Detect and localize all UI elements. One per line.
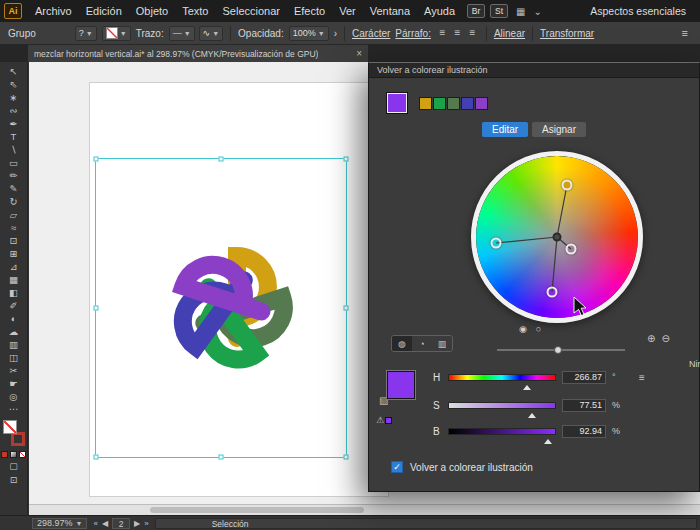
nav-last[interactable]: »: [144, 519, 148, 528]
current-color-swatch[interactable]: [387, 93, 407, 113]
lasso-tool[interactable]: ∾: [2, 104, 26, 117]
none-mode-chip[interactable]: [19, 451, 26, 458]
selection-handle-se[interactable]: [344, 455, 349, 460]
selection-handle-ne[interactable]: [344, 157, 349, 162]
hue-slider-handle[interactable]: [523, 381, 531, 390]
fill-color-select[interactable]: ▼: [102, 26, 131, 41]
pen-tool[interactable]: ✒: [2, 117, 26, 130]
selection-handle-s[interactable]: [219, 455, 224, 460]
appearance-style-select[interactable]: ? ▼: [75, 26, 97, 41]
selection-tool[interactable]: ↖: [2, 65, 26, 78]
menu-item-2[interactable]: Edición: [79, 0, 129, 22]
control-panel-menu-icon[interactable]: ≡: [682, 27, 688, 39]
menu-item-9[interactable]: Ayuda: [417, 0, 462, 22]
brightness-value-field[interactable]: 92.94: [562, 425, 606, 438]
saturation-slider-handle[interactable]: [528, 409, 536, 418]
line-segment-tool[interactable]: ∖: [2, 143, 26, 156]
gradient-tool[interactable]: ◧: [2, 286, 26, 299]
nav-first[interactable]: «: [93, 519, 97, 528]
direct-selection-tool[interactable]: ⇖: [2, 78, 26, 91]
opacity-select[interactable]: 100% ▼: [289, 26, 329, 41]
group-swatch-2[interactable]: [433, 97, 446, 110]
type-tool[interactable]: T: [2, 130, 26, 143]
hue-slider[interactable]: [448, 374, 556, 381]
group-swatch-5[interactable]: [475, 97, 488, 110]
brightness-slider-handle-2[interactable]: [544, 435, 552, 444]
rotate-tool[interactable]: ↻: [2, 195, 26, 208]
grid-icon[interactable]: ▦: [516, 6, 525, 17]
free-transform-tool[interactable]: ⊡: [2, 234, 26, 247]
hsb-current-color-swatch[interactable]: [387, 371, 415, 399]
dialog-title-bar[interactable]: Volver a colorear ilustración: [369, 63, 699, 78]
zoom-level-select[interactable]: 298.97% ▼: [32, 518, 87, 529]
menu-item-6[interactable]: Efecto: [287, 0, 332, 22]
screen-mode-icon[interactable]: ⊡: [2, 474, 26, 486]
tab-editar[interactable]: Editar: [482, 122, 528, 137]
align-link[interactable]: Alinear: [494, 28, 525, 39]
document-tab[interactable]: mezclar horizontal vertical.ai* al 298.9…: [28, 45, 368, 62]
symbol-sprayer-tool[interactable]: ☁: [2, 325, 26, 338]
width-tool[interactable]: ≈: [2, 221, 26, 234]
align-left-icon[interactable]: ≡: [436, 27, 449, 40]
stock-badge[interactable]: St: [490, 4, 508, 18]
gradient-mode-chip[interactable]: [10, 451, 17, 458]
more-options-chevron[interactable]: ›: [334, 28, 337, 39]
horizontal-scrollbar-thumb[interactable]: [150, 507, 365, 513]
recolor-checkbox[interactable]: ✓: [391, 461, 403, 473]
hand-tool[interactable]: ☛: [2, 377, 26, 390]
group-swatch-4[interactable]: [461, 97, 474, 110]
segmented-wheel-mode[interactable]: ◔: [412, 336, 432, 351]
bridge-badge[interactable]: Br: [467, 4, 485, 18]
saturation-value-field[interactable]: 77.51: [562, 399, 606, 412]
color-bars-mode[interactable]: ▥: [432, 336, 452, 351]
brightness-slider-handle[interactable]: [554, 346, 562, 354]
group-swatch-1[interactable]: [419, 97, 432, 110]
stroke-color-chip[interactable]: [11, 432, 25, 446]
horizontal-scrollbar[interactable]: [29, 504, 700, 515]
eyedropper-tool[interactable]: ✐: [2, 299, 26, 312]
slice-tool[interactable]: ✂: [2, 364, 26, 377]
selection-handle-e[interactable]: [344, 306, 349, 311]
drawing-mode-icon[interactable]: ▢: [2, 460, 26, 472]
magic-wand-tool[interactable]: ∗: [2, 91, 26, 104]
marker-gold[interactable]: [562, 180, 573, 191]
column-graph-tool[interactable]: ▥: [2, 338, 26, 351]
align-center-icon[interactable]: ≡: [451, 27, 464, 40]
mesh-tool[interactable]: ▦: [2, 273, 26, 286]
marker-green[interactable]: [491, 238, 502, 249]
color-mode-chip[interactable]: [1, 451, 8, 458]
group-swatch-3[interactable]: [447, 97, 460, 110]
selection-handle-w[interactable]: [94, 306, 99, 311]
workspace-switcher[interactable]: Aspectos esenciales: [590, 5, 686, 17]
transform-link[interactable]: Transformar: [540, 28, 594, 39]
app-logo[interactable]: Ai: [4, 3, 22, 19]
edit-toolbar-ellipsis[interactable]: …: [9, 403, 19, 415]
brush-definition-select[interactable]: ∿▼: [199, 26, 223, 41]
selection-handle-nw[interactable]: [94, 157, 99, 162]
paragraph-link[interactable]: Párrafo:: [395, 28, 431, 39]
show-brightness-icon[interactable]: ○: [536, 324, 541, 334]
selection-handle-sw[interactable]: [94, 455, 99, 460]
show-saturation-icon[interactable]: ◉: [519, 324, 527, 334]
scale-tool[interactable]: ▱: [2, 208, 26, 221]
fill-color-chip[interactable]: [3, 420, 17, 434]
variable-width-profile-select[interactable]: —▼: [169, 26, 195, 41]
menu-item-4[interactable]: Texto: [175, 0, 215, 22]
menu-item-7[interactable]: Ver: [332, 0, 363, 22]
brightness-color-slider[interactable]: [448, 428, 556, 435]
shape-builder-tool[interactable]: ⊞: [2, 247, 26, 260]
menu-item-3[interactable]: Objeto: [129, 0, 175, 22]
tab-asignar[interactable]: Asignar: [532, 122, 586, 137]
artboard-tool[interactable]: ◫: [2, 351, 26, 364]
smooth-wheel-mode[interactable]: ◍: [392, 336, 412, 351]
slider-menu-icon[interactable]: ≡: [639, 372, 645, 383]
pencil-tool[interactable]: ✎: [2, 182, 26, 195]
wheel-center-hub[interactable]: [553, 233, 562, 242]
align-right-icon[interactable]: ≡: [466, 27, 479, 40]
nav-next[interactable]: ▶: [134, 519, 140, 528]
blend-tool[interactable]: ◐: [2, 312, 26, 325]
close-icon[interactable]: ×: [356, 48, 362, 59]
marker-purple[interactable]: [547, 287, 558, 298]
menu-item-8[interactable]: Ventana: [363, 0, 417, 22]
gamut-warning[interactable]: ⚠: [376, 415, 392, 425]
